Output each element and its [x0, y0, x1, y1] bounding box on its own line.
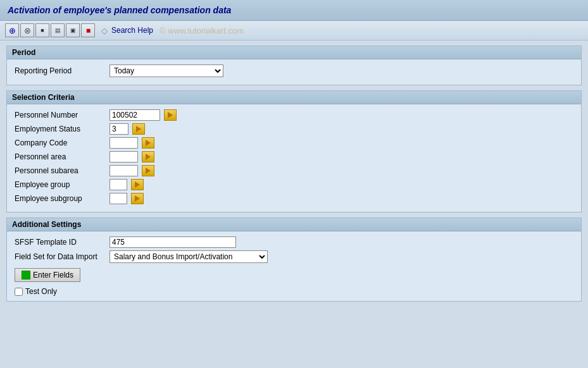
personnel-subarea-input[interactable] [109, 165, 138, 176]
additional-header: Additional Settings [7, 218, 581, 231]
personnel-area-label: Personnel area [15, 152, 109, 161]
personnel-subarea-label: Personnel subarea [15, 166, 109, 175]
employee-group-input[interactable] [109, 179, 127, 190]
title-bar: Activation of employee's planned compens… [0, 0, 588, 21]
back-button[interactable]: ⊕ [5, 23, 19, 37]
page-title: Activation of employee's planned compens… [8, 5, 580, 15]
personnel-subarea-nav-btn[interactable] [142, 165, 154, 176]
selection-section: Selection Criteria Personnel Number Empl… [6, 90, 582, 212]
fieldset-label: Field Set for Data Import [15, 252, 109, 261]
employment-status-nav-btn[interactable] [132, 123, 145, 135]
employment-status-input[interactable] [109, 123, 128, 135]
enter-fields-button[interactable]: Enter Fields [15, 268, 80, 282]
diamond-icon: ◇ [101, 26, 108, 35]
forward-button[interactable]: ⊗ [20, 23, 34, 37]
personnel-number-nav-btn[interactable] [164, 109, 177, 121]
personnel-number-label: Personnel Number [15, 111, 109, 120]
period-section: Period Reporting Period Today Current Mo… [6, 46, 582, 85]
save-button[interactable]: ■ [35, 23, 49, 37]
print-button[interactable]: ▤ [51, 23, 65, 37]
test-only-label: Test Only [25, 287, 57, 296]
additional-section: Additional Settings SFSF Template ID Fie… [6, 218, 582, 302]
fieldset-select[interactable]: Salary and Bonus Import/Activation Salar… [109, 250, 268, 263]
company-code-input[interactable] [109, 137, 138, 149]
reporting-period-select[interactable]: Today Current Month Current Year Other P… [109, 64, 223, 77]
search-help-link[interactable]: Search Help [111, 26, 153, 35]
employee-group-nav-btn[interactable] [131, 179, 144, 190]
personnel-area-nav-btn[interactable] [142, 151, 154, 163]
period-header: Period [7, 46, 581, 59]
employment-status-label: Employment Status [15, 125, 109, 133]
selection-header: Selection Criteria [7, 91, 581, 104]
employee-subgroup-label: Employee subgroup [15, 194, 109, 203]
toolbar: ⊕ ⊗ ■ ▤ ▣ ◼ ◇ Search Help © www.tutorial… [0, 21, 588, 40]
find-button[interactable]: ▣ [66, 23, 80, 37]
employee-group-label: Employee group [15, 180, 109, 189]
employee-subgroup-nav-btn[interactable] [131, 193, 144, 204]
search-help-label: Search Help [111, 26, 153, 35]
company-code-label: Company Code [15, 138, 109, 147]
watermark: © www.tutorialkart.com [160, 26, 244, 35]
green-indicator [22, 271, 30, 279]
reporting-period-label: Reporting Period [15, 66, 109, 75]
employee-subgroup-input[interactable] [109, 193, 127, 204]
stop-button[interactable]: ◼ [81, 23, 95, 37]
test-only-checkbox[interactable] [15, 288, 23, 296]
personnel-area-input[interactable] [109, 151, 138, 163]
sfsf-template-input[interactable] [109, 236, 236, 248]
company-code-nav-btn[interactable] [142, 137, 154, 149]
enter-fields-label: Enter Fields [33, 271, 73, 279]
sfsf-template-label: SFSF Template ID [15, 238, 109, 247]
personnel-number-input[interactable] [109, 109, 160, 121]
